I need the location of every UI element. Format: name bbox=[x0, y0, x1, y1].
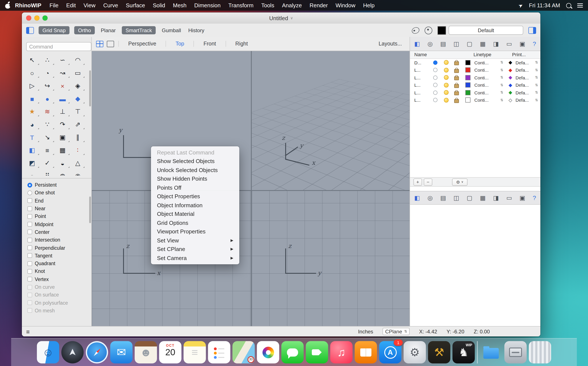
panel-tab-icon[interactable]: ▦ bbox=[480, 194, 485, 201]
radio-button[interactable] bbox=[27, 183, 32, 187]
tool-icon[interactable]: ∥ bbox=[70, 132, 85, 143]
context-menu-item[interactable]: Repeat Last Command bbox=[151, 148, 239, 157]
tool-icon[interactable]: ◌ bbox=[24, 170, 40, 175]
tool-icon[interactable]: ▣ bbox=[55, 132, 70, 143]
record-history-icon[interactable] bbox=[425, 26, 432, 34]
osnap-radio-row[interactable]: One shot bbox=[27, 189, 91, 197]
layer-linetype[interactable]: Conti... bbox=[474, 83, 498, 88]
units-label[interactable]: Inches bbox=[358, 328, 373, 335]
dock-app-icon[interactable]: ⚒ bbox=[428, 341, 450, 363]
menu-item[interactable]: Transform bbox=[225, 2, 257, 8]
layer-material-diamond-icon[interactable]: ◆ bbox=[505, 82, 515, 88]
layer-visibility-bulb-icon[interactable] bbox=[444, 68, 448, 73]
panel-tab-icon[interactable]: ◎ bbox=[428, 194, 433, 201]
dock-app-icon[interactable] bbox=[86, 341, 108, 363]
layer-row[interactable]: L... Conti... ⇅ ◆ Defa... ⇅ bbox=[410, 74, 540, 81]
tool-icon[interactable]: ◈ bbox=[70, 80, 85, 92]
context-menu-item[interactable]: Grid Options bbox=[151, 218, 239, 227]
app-menu-rhinowip[interactable]: RhinoWIP bbox=[12, 2, 46, 8]
spotlight-search-icon[interactable] bbox=[566, 3, 571, 8]
current-layer-radio[interactable] bbox=[433, 68, 437, 72]
current-layer-radio[interactable] bbox=[433, 76, 437, 80]
layer-linetype[interactable]: Conti... bbox=[474, 90, 498, 95]
current-layer-radio[interactable] bbox=[433, 98, 437, 102]
context-menu-item[interactable]: Object Material bbox=[151, 210, 239, 218]
dock-app-icon[interactable]: A 1 bbox=[379, 341, 401, 363]
active-layer-dropdown[interactable]: Default bbox=[449, 26, 523, 35]
checkbox[interactable] bbox=[27, 245, 32, 250]
tool-icon[interactable]: T bbox=[24, 132, 40, 143]
linetype-stepper-icon[interactable]: ⇅ bbox=[498, 91, 505, 95]
layer-name[interactable]: D... bbox=[410, 60, 430, 65]
dock-app-icon[interactable] bbox=[306, 341, 328, 363]
tool-palette-scrollbar[interactable] bbox=[89, 70, 91, 107]
toolbar-button[interactable]: Gumball bbox=[161, 26, 182, 34]
tool-icon[interactable]: ◧ bbox=[24, 145, 40, 156]
layer-visibility-bulb-icon[interactable] bbox=[444, 75, 448, 80]
panel-tab-icon[interactable]: ◨ bbox=[493, 40, 499, 47]
checkbox[interactable] bbox=[27, 261, 32, 266]
layouts-button[interactable]: Layouts... bbox=[379, 41, 405, 47]
notification-center-icon[interactable] bbox=[577, 3, 583, 8]
checkbox[interactable] bbox=[27, 308, 32, 313]
toolbar-button[interactable]: Planar bbox=[99, 26, 117, 34]
layer-color-swatch[interactable] bbox=[465, 83, 470, 88]
panel-tab-icon[interactable]: ▣ bbox=[520, 40, 525, 47]
layer-color-swatch[interactable] bbox=[465, 98, 470, 103]
linetype-stepper-icon[interactable]: ⇅ bbox=[498, 83, 505, 87]
left-panel-toggle-icon[interactable] bbox=[26, 27, 34, 34]
osnap-checkbox-row[interactable]: Vertex bbox=[27, 275, 91, 283]
tool-icon[interactable]: ◔ bbox=[40, 67, 55, 78]
panel-tab-icon[interactable]: ◎ bbox=[428, 40, 433, 47]
panel-tab-icon[interactable]: ▤ bbox=[440, 40, 446, 47]
osnap-checkbox-row[interactable]: Midpoint bbox=[27, 220, 91, 228]
tool-icon[interactable]: ◍ bbox=[55, 170, 70, 175]
tool-icon[interactable]: ⊤ bbox=[70, 106, 85, 117]
pen-tablet-icon[interactable]: ➤ bbox=[517, 2, 524, 9]
layer-material-diamond-icon[interactable]: ◆ bbox=[505, 67, 515, 73]
context-menu-item[interactable]: Viewport Properties bbox=[151, 227, 239, 236]
tool-icon[interactable]: ↪ bbox=[40, 80, 55, 92]
tool-icon[interactable]: ↖ bbox=[24, 54, 40, 66]
layer-print-setting[interactable]: Defa... bbox=[515, 83, 534, 88]
linetype-stepper-icon[interactable]: ⇅ bbox=[498, 76, 505, 80]
panel-tab-icon[interactable]: ? bbox=[533, 194, 536, 201]
panel-tab-icon[interactable]: ▤ bbox=[440, 194, 446, 201]
tool-icon[interactable]: ▦ bbox=[55, 145, 70, 156]
tool-icon[interactable]: ◉ bbox=[70, 170, 85, 175]
toolbar-button[interactable]: Ortho bbox=[74, 26, 95, 34]
osnap-checkbox-row[interactable]: On curve bbox=[27, 283, 91, 291]
osnap-checkbox-row[interactable]: Intersection bbox=[27, 236, 91, 244]
layer-row[interactable]: L... Conti... ⇅ ◆ Defa... ⇅ bbox=[410, 81, 540, 89]
menu-item[interactable]: View bbox=[80, 2, 99, 8]
checkbox[interactable] bbox=[27, 277, 32, 282]
menu-item[interactable]: Analyze bbox=[278, 2, 306, 8]
tool-icon[interactable]: ∽ bbox=[55, 54, 70, 66]
layer-linetype[interactable]: Conti... bbox=[474, 60, 498, 65]
menu-item[interactable]: Solid bbox=[149, 2, 169, 8]
tool-icon[interactable]: ▭ bbox=[70, 67, 85, 78]
title-chevron-icon[interactable]: ∨ bbox=[290, 16, 293, 20]
print-stepper-icon[interactable]: ⇅ bbox=[534, 98, 540, 102]
checkbox[interactable] bbox=[27, 293, 32, 297]
dock-app-icon[interactable] bbox=[477, 341, 478, 363]
layer-row[interactable]: L... Conti... ⇅ ◇ Defa... ⇅ bbox=[410, 96, 540, 104]
dock-app-icon[interactable]: ☺ bbox=[37, 341, 59, 363]
panel-tab-icon[interactable]: ▦ bbox=[480, 40, 485, 47]
layer-row[interactable]: D... Conti... ⇅ ◆ Defa... ⇅ bbox=[410, 59, 540, 66]
checkbox[interactable] bbox=[27, 222, 32, 227]
layer-name[interactable]: L... bbox=[410, 98, 430, 103]
context-menu-item[interactable]: Object Properties bbox=[151, 192, 239, 201]
print-stepper-icon[interactable]: ⇅ bbox=[534, 91, 540, 95]
panel-tab-icon[interactable]: ▣ bbox=[520, 194, 525, 201]
layer-lock-icon[interactable] bbox=[454, 92, 459, 95]
active-layer-color-swatch[interactable] bbox=[437, 26, 446, 35]
checkbox[interactable] bbox=[27, 206, 32, 211]
layer-visibility-bulb-icon[interactable] bbox=[444, 60, 448, 65]
panel-tab-icon[interactable]: ◫ bbox=[453, 40, 459, 47]
menu-item[interactable]: File bbox=[46, 2, 62, 8]
dock-app-icon[interactable]: 30 bbox=[233, 341, 255, 363]
menu-item[interactable]: Mesh bbox=[169, 2, 190, 8]
toolbar-button[interactable]: Grid Snap bbox=[39, 26, 69, 34]
menu-item[interactable]: Window bbox=[332, 2, 359, 8]
